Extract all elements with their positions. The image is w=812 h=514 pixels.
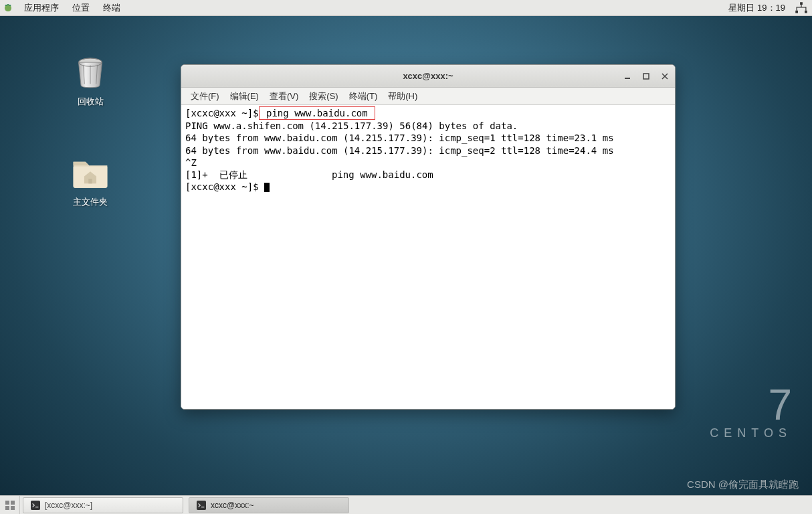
centos-version: 7 — [710, 383, 792, 426]
terminal-icon — [30, 500, 41, 511]
close-button[interactable] — [659, 70, 671, 82]
centos-brand: 7 CENTOS — [710, 383, 792, 440]
maximize-button[interactable] — [640, 70, 652, 82]
csdn-watermark: CSDN @偷完面具就瞎跑 — [687, 479, 799, 491]
minimize-button[interactable] — [621, 70, 633, 82]
menu-terminal[interactable]: 终端 — [96, 0, 127, 16]
svg-rect-3 — [800, 2, 803, 5]
bottom-panel: [xcxc@xxx:~] xcxc@xxx:~ — [0, 495, 812, 514]
terminal-output-line: 64 bytes from www.baidu.com (14.215.177.… — [185, 133, 614, 143]
prompt: [xcxc@xxx ~]$ — [185, 108, 259, 118]
svg-rect-5 — [805, 10, 807, 13]
desktop-home-label: 主文件夹 — [57, 197, 124, 208]
prompt: [xcxc@xxx ~]$ — [185, 181, 264, 192]
window-controls — [621, 70, 671, 82]
terminal-menubar: 文件(F) 编辑(E) 查看(V) 搜索(S) 终端(T) 帮助(H) — [181, 88, 675, 105]
taskbar-item-1[interactable]: [xcxc@xxx:~] — [23, 497, 183, 513]
svg-rect-16 — [5, 506, 9, 510]
menu-applications[interactable]: 应用程序 — [17, 0, 66, 16]
show-desktop-button[interactable] — [0, 496, 20, 515]
svg-rect-19 — [197, 501, 206, 510]
svg-rect-13 — [643, 74, 649, 79]
terminal-output-line: PING www.a.shifen.com (14.215.177.39) 56… — [185, 120, 518, 131]
taskbar-item-label: xcxc@xxx:~ — [211, 501, 254, 510]
menu-edit[interactable]: 编辑(E) — [225, 90, 264, 102]
menu-places[interactable]: 位置 — [66, 0, 96, 16]
menu-view[interactable]: 查看(V) — [264, 90, 304, 102]
menu-search[interactable]: 搜索(S) — [304, 90, 343, 102]
terminal-window: xcxc@xxx:~ 文件(F) 编辑(E) 查看(V) 搜索(S) 终端(T)… — [181, 64, 676, 410]
clock[interactable]: 星期日 19：19 — [723, 2, 791, 14]
svg-rect-14 — [5, 501, 9, 505]
svg-point-0 — [5, 5, 7, 6]
window-titlebar[interactable]: xcxc@xxx:~ — [181, 65, 675, 88]
top-panel: 应用程序 位置 终端 星期日 19：19 — [0, 0, 812, 16]
window-title: xcxc@xxx:~ — [181, 71, 675, 81]
terminal-body[interactable]: [xcxc@xxx ~]$ ping www.baidu.com PING ww… — [181, 105, 675, 409]
terminal-cursor — [264, 183, 270, 192]
svg-rect-4 — [795, 10, 798, 13]
svg-point-1 — [7, 4, 9, 5]
svg-rect-17 — [11, 506, 15, 510]
folder-home-icon — [70, 153, 110, 193]
terminal-output-line: ^Z — [185, 157, 197, 168]
terminal-output-line: [1]+ 已停止 ping www.baidu.com — [185, 169, 433, 180]
taskbar-item-label: [xcxc@xxx:~] — [45, 501, 92, 510]
terminal-icon — [196, 500, 207, 511]
menu-file[interactable]: 文件(F) — [185, 90, 225, 102]
trash-icon — [70, 52, 110, 92]
gnome-foot-icon — [3, 3, 13, 13]
menu-terminal[interactable]: 终端(T) — [344, 90, 383, 102]
centos-name: CENTOS — [710, 426, 792, 440]
menu-help[interactable]: 帮助(H) — [383, 90, 423, 102]
system-tray: 星期日 19：19 — [723, 1, 812, 15]
svg-rect-15 — [11, 501, 15, 505]
desktop-home[interactable]: 主文件夹 — [57, 153, 124, 208]
svg-rect-11 — [88, 179, 92, 183]
svg-point-2 — [9, 5, 11, 6]
desktop-trash[interactable]: 回收站 — [57, 52, 124, 108]
svg-rect-18 — [31, 501, 40, 510]
network-icon[interactable] — [795, 1, 808, 15]
taskbar-item-2[interactable]: xcxc@xxx:~ — [189, 497, 349, 513]
terminal-output-line: 64 bytes from www.baidu.com (14.215.177.… — [185, 145, 614, 156]
desktop-trash-label: 回收站 — [57, 96, 124, 108]
highlighted-command: ping www.baidu.com — [259, 106, 376, 120]
